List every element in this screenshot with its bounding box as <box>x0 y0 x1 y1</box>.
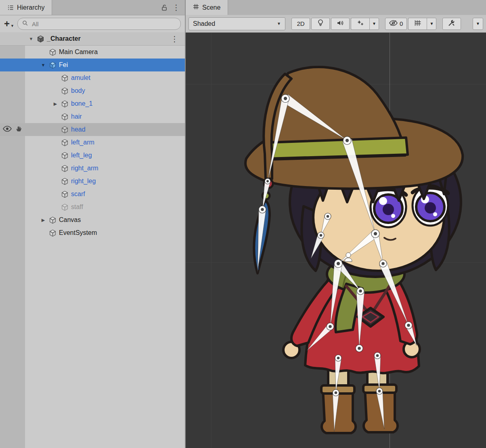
gameobject-cube-icon <box>48 229 58 237</box>
gameobject-cube-icon <box>60 191 70 198</box>
hierarchy-toolbar: + ▼ <box>0 15 185 32</box>
gameobject-cube-icon <box>60 152 70 159</box>
hierarchy-item-head[interactable]: head <box>0 123 185 136</box>
scene-grid-icon <box>193 4 199 11</box>
item-label: hair <box>71 113 82 120</box>
bone[interactable] <box>376 391 384 429</box>
scene-effects-button[interactable] <box>351 18 369 30</box>
hierarchy-item-body[interactable]: body <box>0 84 185 97</box>
scene-audio-button[interactable] <box>331 18 350 30</box>
eye-off-icon <box>389 20 398 27</box>
scene-effects-dropdown[interactable]: ▼ <box>369 18 379 30</box>
hierarchy-item-bone-1[interactable]: ▶bone_1 <box>0 97 185 110</box>
grid-snap-icon <box>414 20 421 27</box>
bone-joint-center <box>327 215 329 218</box>
gameobject-cube-icon <box>48 48 58 56</box>
hierarchy-item-staff[interactable]: staff <box>0 201 185 214</box>
speaker-icon <box>337 20 344 27</box>
bone[interactable] <box>343 139 375 234</box>
scene-tabstrip: Scene <box>186 0 486 15</box>
hierarchy-item-left-leg[interactable]: left_leg <box>0 149 185 162</box>
hierarchy-item-main-camera[interactable]: Main Camera <box>0 46 185 59</box>
bone-joint-center <box>358 347 361 350</box>
item-label: left_arm <box>71 139 94 146</box>
item-label: EventSystem <box>59 229 97 237</box>
item-label: Main Camera <box>59 48 98 56</box>
bone-joint-center <box>381 262 385 265</box>
item-label: right_arm <box>71 165 98 172</box>
wrench-hammer-icon <box>448 19 456 28</box>
hierarchy-item-fei[interactable]: ▼Fei <box>0 59 185 71</box>
hierarchy-item-eventsystem[interactable]: EventSystem <box>0 226 185 239</box>
hierarchy-item-left-arm[interactable]: left_arm <box>0 136 185 149</box>
hierarchy-item-right-arm[interactable]: right_arm <box>0 162 185 175</box>
scene-viewport[interactable] <box>186 33 486 448</box>
scene-options-kebab-icon[interactable]: ⋮ <box>171 35 185 43</box>
gameobject-cube-icon <box>60 74 70 82</box>
bone[interactable] <box>258 209 266 272</box>
foldout-arrow-icon[interactable]: ▼ <box>39 63 48 67</box>
lightbulb-icon <box>317 19 324 28</box>
scene-toolbar: Shaded ▼ 2D <box>186 15 486 33</box>
shading-mode-dropdown[interactable]: Shaded ▼ <box>189 17 285 30</box>
bone[interactable] <box>262 181 270 209</box>
picking-hand-icon[interactable] <box>15 125 22 134</box>
hierarchy-item-canvas[interactable]: ▶Canvas <box>0 214 185 226</box>
lock-icon[interactable] <box>161 4 168 11</box>
hidden-objects-button[interactable]: 0 <box>385 18 407 30</box>
sparkle-icon <box>357 20 364 27</box>
bone[interactable] <box>374 356 381 391</box>
2d-toggle-button[interactable]: 2D <box>291 18 310 30</box>
item-label: staff <box>71 203 83 211</box>
bone-joint-center <box>284 97 287 100</box>
hierarchy-panel: Hierarchy ⋮ + ▼ ▼_Character <box>0 0 186 448</box>
search-icon <box>22 20 28 28</box>
bone[interactable] <box>379 262 408 325</box>
bone[interactable] <box>268 98 289 181</box>
search-field[interactable] <box>31 20 176 28</box>
create-object-button[interactable]: + ▼ <box>4 20 14 28</box>
foldout-arrow-icon[interactable]: ▶ <box>51 101 60 107</box>
overlays-dropdown[interactable]: ▼ <box>473 18 483 30</box>
item-label: bone_1 <box>71 100 92 107</box>
chevron-down-icon: ▼ <box>10 24 14 28</box>
bone-joint-center <box>337 262 340 265</box>
gameobject-cube-icon <box>48 216 58 224</box>
hierarchy-item-amulet[interactable]: amulet <box>0 71 185 84</box>
bone[interactable] <box>283 94 347 140</box>
hierarchy-item--character[interactable]: ▼_Character⋮ <box>0 32 185 46</box>
scene-panel: Scene Shaded ▼ 2D <box>186 0 486 448</box>
item-label: left_leg <box>71 152 92 159</box>
foldout-arrow-icon[interactable]: ▶ <box>39 218 48 223</box>
plus-icon: + <box>4 20 10 28</box>
tab-hierarchy[interactable]: Hierarchy <box>0 0 52 15</box>
hierarchy-item-hair[interactable]: hair <box>0 110 185 123</box>
bone-joint-center <box>261 208 264 211</box>
tab-scene-label: Scene <box>202 4 220 11</box>
gameobject-cube-icon <box>60 165 70 172</box>
scene-lighting-button[interactable] <box>311 18 330 30</box>
bone[interactable] <box>356 291 364 348</box>
bone[interactable] <box>330 263 342 327</box>
tool-settings-button[interactable] <box>442 18 461 30</box>
hidden-count: 0 <box>400 20 403 27</box>
tab-scene[interactable]: Scene <box>186 0 228 15</box>
bone[interactable] <box>333 393 339 431</box>
gameobject-cube-icon <box>60 178 70 185</box>
foldout-arrow-icon[interactable]: ▼ <box>27 36 36 41</box>
bone-gizmos[interactable] <box>186 33 486 448</box>
bone-joint-center <box>359 289 362 293</box>
gameobject-cube-icon <box>60 87 70 95</box>
grid-visibility-button[interactable] <box>408 18 427 30</box>
grid-dropdown[interactable]: ▼ <box>427 18 436 30</box>
visibility-eye-icon[interactable] <box>3 126 12 134</box>
bone-joint-center <box>346 139 349 142</box>
tab-hierarchy-label: Hierarchy <box>17 4 44 11</box>
bone-joint-center <box>376 354 379 357</box>
hierarchy-kebab-menu-icon[interactable]: ⋮ <box>172 4 180 11</box>
hierarchy-item-scarf[interactable]: scarf <box>0 188 185 201</box>
bone[interactable] <box>335 358 341 393</box>
hierarchy-item-right-leg[interactable]: right_leg <box>0 175 185 188</box>
item-label: body <box>71 87 85 94</box>
search-input[interactable] <box>17 18 181 30</box>
